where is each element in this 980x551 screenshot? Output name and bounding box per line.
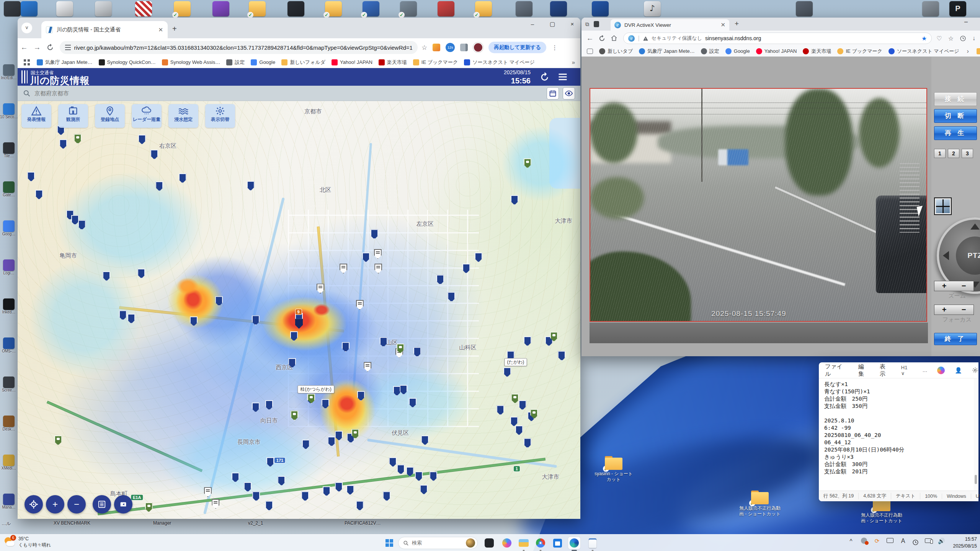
settings-gear-icon[interactable]	[972, 367, 978, 373]
camera-feed[interactable]: 2025-08-15 15:57:49	[590, 88, 927, 322]
desktop-icon-app[interactable]	[592, 1, 609, 16]
back-icon[interactable]: ←	[18, 43, 31, 52]
timer-extension-badge[interactable]: 12s	[446, 43, 455, 52]
desktop-icon-folder-check[interactable]: ✓	[325, 1, 342, 16]
desktop-icon-p-dark[interactable]: P	[949, 1, 966, 16]
profile-avatar[interactable]	[473, 42, 483, 52]
favorite-star-icon[interactable]: ★	[921, 35, 927, 42]
desktop-left-icon[interactable]: Inked…	[0, 298, 18, 314]
maximize-button[interactable]: ▢	[547, 21, 557, 28]
desktop-icon-label[interactable]: XV BENCHMARK	[54, 520, 90, 526]
search-highlight-image[interactable]	[466, 538, 475, 548]
desktop-left-icon[interactable]: XMedi…	[0, 455, 18, 470]
menu-edit[interactable]: 編集	[858, 363, 870, 378]
apps-grid-icon[interactable]	[24, 59, 30, 65]
weather-widget[interactable]: 6 35°C くもり時々晴れ	[4, 536, 51, 548]
start-button[interactable]	[383, 537, 395, 549]
extension-icon[interactable]	[433, 44, 440, 51]
desktop-icon-music[interactable]: ♪	[644, 1, 661, 16]
tray-sync-icon[interactable]: ⟳	[871, 538, 883, 544]
desktop-icon-label[interactable]: PACIFICA612V…	[345, 520, 381, 526]
tab-close-icon[interactable]: ✕	[158, 26, 163, 33]
reload-icon[interactable]	[44, 44, 57, 51]
desktop-icon-app[interactable]	[796, 1, 813, 16]
address-bar[interactable]: river.go.jp/kawabou/mb?zm=12&clat=35.031…	[60, 41, 418, 54]
visibility-button[interactable]	[563, 87, 575, 99]
desktop-icon-label[interactable]: v2_2_1	[248, 520, 263, 526]
desktop-icon-label[interactable]: …ル	[2, 520, 11, 527]
calendar-button[interactable]	[547, 87, 559, 99]
tray-volume-icon[interactable]: 🔊	[936, 538, 947, 544]
tray-cast-icon[interactable]	[923, 538, 934, 544]
favorite-item[interactable]: ソースネクスト マイページ	[885, 48, 962, 55]
desktop-icon-photo[interactable]	[922, 1, 939, 16]
edge-reload-icon[interactable]	[596, 35, 608, 42]
edge-back-icon[interactable]: ←	[584, 34, 596, 42]
new-tab-button[interactable]: +	[172, 24, 177, 33]
bookmark-item[interactable]: 新しいフォルダ	[278, 59, 328, 66]
menu-view[interactable]: 表示	[880, 363, 891, 378]
desktop-left-icon[interactable]: Desk…	[0, 416, 18, 431]
style-dropdown[interactable]: H1 ∨	[901, 365, 913, 376]
more-menu-icon[interactable]: …	[922, 367, 927, 373]
chrome-icon[interactable]	[534, 537, 547, 549]
map-tool-2[interactable]: 観測所	[58, 104, 88, 128]
history-icon[interactable]	[960, 35, 966, 42]
chrome-active-tab[interactable]: 川の防災情報 - 国土交通省 ✕	[41, 21, 168, 38]
desktop-icon-app[interactable]	[21, 1, 38, 16]
connect-button[interactable]: 接 続	[934, 92, 977, 106]
desktop-icon-app[interactable]	[550, 1, 567, 16]
bookmark-item[interactable]: 設定	[223, 59, 248, 66]
bookmarks-overflow-icon[interactable]: »	[572, 59, 575, 65]
map-viewport[interactable]: 京都市右京区北区左京区大津市大津市西京区東山区山科区伏見区長岡京市向日市島本町亀…	[18, 101, 580, 519]
tray-clock-app-icon[interactable]	[910, 538, 921, 546]
sidebar-toggle-icon[interactable]	[587, 49, 593, 54]
favorite-item[interactable]: 設定	[698, 48, 722, 55]
bookmark-item[interactable]: Yahoo! JAPAN	[328, 59, 376, 65]
notepad-scrollbar[interactable]	[974, 378, 978, 491]
store-icon[interactable]	[551, 537, 564, 549]
favorite-item[interactable]: 新しいタブ	[596, 48, 636, 55]
desktop-left-icon[interactable]: Scree…	[0, 377, 18, 392]
desktop-left-icon[interactable]: OMS-…	[0, 337, 18, 353]
desktop-icon-app[interactable]	[95, 1, 112, 16]
desktop-left-icon[interactable]: 10 Seco…	[0, 103, 18, 119]
favorite-item[interactable]: 気象庁 Japan Mete…	[636, 48, 698, 55]
copilot-icon[interactable]	[937, 367, 945, 374]
desktop-icon-folder-check[interactable]: ✓	[249, 1, 266, 16]
play-button[interactable]: 再 生	[934, 126, 977, 140]
bookmark-item[interactable]: Synology QuickCon…	[96, 59, 159, 65]
zoom-out-icon[interactable]: −	[954, 281, 973, 291]
map-tool-3[interactable]: 登録地点	[95, 104, 125, 128]
account-icon[interactable]: 👤	[955, 367, 962, 374]
site-settings-icon[interactable]	[65, 45, 71, 50]
menu-kebab-icon[interactable]: ⋮	[552, 44, 558, 51]
desktop-icon-label[interactable]: Manager	[153, 520, 171, 526]
tab-actions-icon[interactable]: ⧉	[585, 21, 589, 28]
edge-new-tab-button[interactable]: +	[735, 20, 739, 28]
file-explorer-icon[interactable]	[518, 537, 530, 549]
downloads-icon[interactable]: ↓	[972, 35, 975, 42]
favorite-item[interactable]: IE ブックマーク	[834, 48, 885, 55]
map-tool-5[interactable]: 浸水想定	[168, 104, 198, 128]
bookmark-item[interactable]: Google	[248, 59, 278, 65]
zoom-in-icon[interactable]: +	[934, 281, 954, 291]
desktop-icon-bin[interactable]	[4, 1, 21, 16]
desktop-icon-stripes[interactable]	[135, 1, 152, 16]
map-tool-4[interactable]: レーダー雨量	[132, 104, 162, 128]
desktop-left-icon[interactable]: Mana…	[0, 494, 18, 509]
ptz-up-icon[interactable]	[970, 223, 980, 230]
desktop-shortcut[interactable]: ✓無人販売不正行為動画 - ショートカット	[739, 491, 781, 517]
bookmark-item[interactable]: Synology Web Assis…	[159, 59, 224, 65]
desktop-icon-film-check[interactable]: ✓	[363, 1, 379, 16]
ptz-left-icon[interactable]	[943, 251, 949, 260]
channel-button-2[interactable]: 2	[948, 149, 959, 158]
taskbar-search[interactable]: 検索	[398, 537, 478, 549]
refresh-icon[interactable]	[539, 72, 550, 83]
favorites-bar-icon[interactable]: ☆	[948, 35, 954, 42]
edge-icon[interactable]	[568, 537, 580, 549]
hamburger-menu-icon[interactable]	[557, 72, 569, 83]
tray-ime-keyboard-icon[interactable]	[884, 538, 896, 544]
bookmark-item[interactable]: 気象庁 Japan Mete…	[34, 59, 96, 66]
desktop-icon-folder-check[interactable]: ✓	[475, 1, 492, 16]
